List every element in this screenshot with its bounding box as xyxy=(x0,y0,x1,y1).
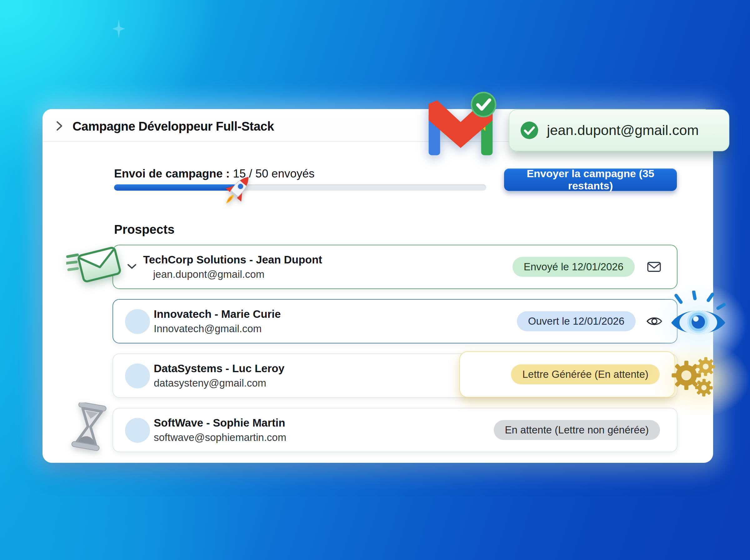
generated-letter-highlight: Lettre Générée (En attente) xyxy=(459,351,675,398)
prospect-name: SoftWave - Sophie Martin xyxy=(154,417,285,429)
prospect-email: softwave@sophiemartin.com xyxy=(154,432,286,443)
gmail-logo xyxy=(424,91,498,161)
prospects-heading: Prospects xyxy=(114,222,175,237)
account-email: jean.dupont@gmail.com xyxy=(547,122,699,138)
prospect-name: TechCorp Solutions - Jean Dupont xyxy=(143,254,322,266)
check-circle-icon xyxy=(520,121,539,140)
chevron-down-icon[interactable] xyxy=(127,263,137,270)
verified-badge-icon xyxy=(471,93,495,117)
prospect-row-innovatech[interactable]: Innovatech - Marie Curie Innovatech@gmai… xyxy=(113,299,677,343)
prospect-row-softwave[interactable]: SoftWave - Sophie Martin softwave@sophie… xyxy=(113,408,677,452)
eye-icon[interactable] xyxy=(646,315,663,327)
progress-label-bold: Envoi de campagne : xyxy=(114,167,230,180)
status-badge-opened: Ouvert le 12/01/2026 xyxy=(517,311,636,331)
progress-fill xyxy=(114,184,237,191)
prospect-email: Innovatech@gmail.com xyxy=(154,323,262,335)
progress-label: Envoi de campagne : 15 / 50 envoyés xyxy=(114,167,315,180)
prospect-email: jean.dupont@gmail.com xyxy=(153,268,264,280)
status-badge-sent: Envoyé le 12/01/2026 xyxy=(512,257,635,277)
envelope-icon[interactable] xyxy=(647,261,661,273)
prospect-row-techcorp[interactable]: TechCorp Solutions - Jean Dupont jean.du… xyxy=(113,245,677,289)
connected-account-pill[interactable]: jean.dupont@gmail.com xyxy=(509,109,729,151)
rocket-icon xyxy=(221,171,255,209)
prospect-email: datasysteny@gmail.com xyxy=(154,377,266,389)
avatar xyxy=(125,363,150,388)
chevron-right-icon[interactable] xyxy=(56,121,63,131)
page-title: Campagne Développeur Full-Stack xyxy=(73,119,274,134)
avatar xyxy=(125,309,150,334)
status-badge-generated: Lettre Générée (En attente) xyxy=(511,364,660,384)
send-campaign-button[interactable]: Envoyer la campagne (35 restants) xyxy=(504,168,677,191)
prospect-name: Innovatech - Marie Curie xyxy=(154,308,281,320)
avatar xyxy=(125,418,150,443)
desktop-background: Campagne Développeur Full-Stack jean.dup… xyxy=(0,0,750,560)
status-badge-waiting: En attente (Lettre non générée) xyxy=(494,420,660,440)
prospect-name: DataSystems - Luc Leroy xyxy=(154,362,284,375)
campaign-progress-bar xyxy=(114,184,486,191)
sparkle-icon xyxy=(113,19,125,38)
